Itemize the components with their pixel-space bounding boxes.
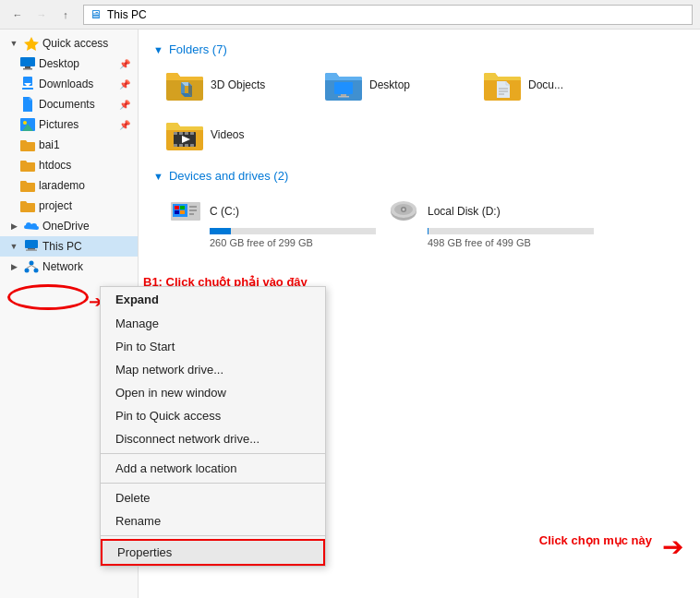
svg-rect-12: [26, 250, 37, 251]
folder-bai1-icon: [20, 138, 35, 152]
forward-button[interactable]: →: [31, 5, 52, 25]
svg-line-16: [27, 266, 31, 269]
drive-c-info: 260 GB free of 299 GB: [210, 237, 359, 248]
drive-item-d[interactable]: Local Disk (D:) 498 GB free of 499 GB: [380, 192, 584, 255]
drives-section-title: Devices and drives (2): [169, 169, 288, 183]
sidebar-item-documents[interactable]: Documents 📌: [0, 94, 138, 114]
context-menu-pin-quick-access[interactable]: Pin to Quick access: [101, 404, 325, 427]
drive-d-icon: [387, 198, 420, 224]
sidebar-project-label: project: [39, 199, 72, 212]
drive-c-progress-fill: [210, 228, 231, 234]
sidebar-this-pc-label: This PC: [42, 240, 82, 253]
folder-item-videos[interactable]: Videos: [163, 115, 310, 154]
context-menu-sep3: [101, 535, 325, 536]
svg-rect-41: [189, 209, 197, 211]
svg-rect-36: [190, 144, 194, 147]
quick-access-icon: [24, 36, 39, 51]
svg-marker-0: [24, 37, 39, 51]
folders-chevron-icon: ▼: [153, 44, 163, 55]
sidebar-item-onedrive[interactable]: ▶ OneDrive: [0, 216, 138, 236]
folder-item-3dobjects[interactable]: 3D Objects: [163, 66, 310, 104]
sidebar-item-downloads[interactable]: Downloads 📌: [0, 74, 138, 94]
context-menu-sep2: [101, 483, 325, 484]
sidebar-item-project[interactable]: project: [0, 196, 138, 216]
folder-item-desktop[interactable]: Desktop: [321, 66, 469, 104]
svg-rect-29: [174, 132, 177, 135]
sidebar-item-network[interactable]: ▶ Network: [0, 257, 138, 277]
sidebar-item-bai1[interactable]: bai1: [0, 135, 138, 155]
up-button[interactable]: ↑: [55, 5, 76, 25]
sidebar-item-quick-access[interactable]: ▼ Quick access: [0, 33, 138, 54]
drive-d-header: Local Disk (D:): [387, 198, 577, 224]
pin-icon-desktop: 📌: [119, 59, 130, 69]
sidebar-bai1-label: bai1: [39, 138, 60, 151]
sidebar-onedrive-label: OneDrive: [42, 220, 90, 233]
chevron-down-icon: ▼: [7, 37, 20, 50]
drive-c-header: C (C:): [169, 198, 359, 224]
svg-rect-24: [338, 96, 349, 98]
sidebar-item-this-pc[interactable]: ▼ This PC: [0, 236, 138, 257]
svg-rect-22: [334, 82, 353, 94]
sidebar-item-pictures[interactable]: Pictures 📌: [0, 114, 138, 135]
svg-rect-2: [25, 66, 30, 68]
svg-rect-34: [179, 144, 183, 147]
context-menu-sep1: [101, 453, 325, 454]
svg-point-15: [34, 269, 39, 273]
sidebar-item-larademo[interactable]: larademo: [0, 175, 138, 196]
sidebar-larademo-label: larademo: [39, 179, 85, 192]
annotation-click-label: Click chọn mục này: [539, 533, 652, 547]
svg-rect-35: [185, 144, 188, 147]
svg-rect-1: [20, 57, 35, 66]
svg-rect-6: [22, 88, 33, 90]
address-bar[interactable]: 🖥 This PC: [83, 5, 693, 25]
context-menu-expand[interactable]: Expand: [101, 287, 325, 312]
drive-d-progress-bar: [428, 228, 594, 234]
title-bar: ← → ↑ 🖥 This PC: [0, 0, 700, 30]
folder-item-documents[interactable]: Docu...: [480, 66, 628, 104]
context-menu-pin-start[interactable]: Pin to Start: [101, 335, 325, 358]
context-menu-properties[interactable]: Properties: [101, 539, 325, 566]
sidebar-documents-label: Documents: [39, 98, 95, 111]
pictures-icon: [20, 117, 35, 132]
documents-icon: [20, 97, 35, 112]
folders-section-header: ▼ Folders (7): [153, 42, 685, 56]
svg-rect-11: [28, 248, 35, 250]
context-menu-map-network[interactable]: Map network drive...: [101, 358, 325, 381]
folder-3dobjects-name: 3D Objects: [211, 78, 265, 91]
context-menu-delete[interactable]: Delete: [101, 486, 325, 509]
context-menu-open-new-window[interactable]: Open in new window: [101, 381, 325, 404]
folder-htdocs-icon: [20, 158, 35, 173]
sidebar-downloads-label: Downloads: [39, 78, 93, 90]
chevron-right-network-icon: ▶: [7, 260, 20, 273]
sidebar-item-desktop[interactable]: Desktop 📌: [0, 54, 138, 74]
context-menu: Expand Manage Pin to Start Map network d…: [100, 286, 326, 567]
folders-grid: 3D Objects Desktop: [153, 66, 685, 154]
downloads-icon: [20, 77, 35, 91]
svg-rect-23: [341, 94, 346, 96]
svg-rect-44: [180, 206, 185, 209]
svg-rect-10: [25, 240, 38, 248]
quick-access-label: Quick access: [42, 37, 108, 50]
drives-grid: C (C:) 260 GB free of 299 GB: [153, 192, 685, 255]
context-menu-manage[interactable]: Manage: [101, 312, 325, 335]
sidebar-pictures-label: Pictures: [39, 118, 78, 131]
svg-rect-31: [185, 132, 188, 135]
back-button[interactable]: ←: [7, 5, 28, 25]
svg-point-51: [403, 209, 405, 211]
drive-c-name: C (C:): [210, 205, 239, 218]
drives-section-header: ▼ Devices and drives (2): [153, 169, 685, 183]
context-menu-add-network[interactable]: Add a network location: [101, 457, 325, 480]
drives-chevron-icon: ▼: [153, 171, 163, 182]
drive-c-progress-bar: [210, 228, 376, 234]
sidebar-item-htdocs[interactable]: htdocs: [0, 155, 138, 175]
drive-item-c[interactable]: C (C:) 260 GB free of 299 GB: [163, 192, 366, 255]
drive-d-name: Local Disk (D:): [428, 205, 501, 218]
context-menu-disconnect-network[interactable]: Disconnect network drive...: [101, 427, 325, 450]
network-icon: [24, 259, 39, 274]
svg-rect-45: [175, 210, 179, 214]
desktop-icon: [20, 56, 35, 71]
svg-point-14: [25, 269, 30, 273]
svg-rect-3: [23, 68, 32, 70]
folder-documents-name: Docu...: [528, 78, 563, 91]
context-menu-rename[interactable]: Rename: [101, 509, 325, 532]
